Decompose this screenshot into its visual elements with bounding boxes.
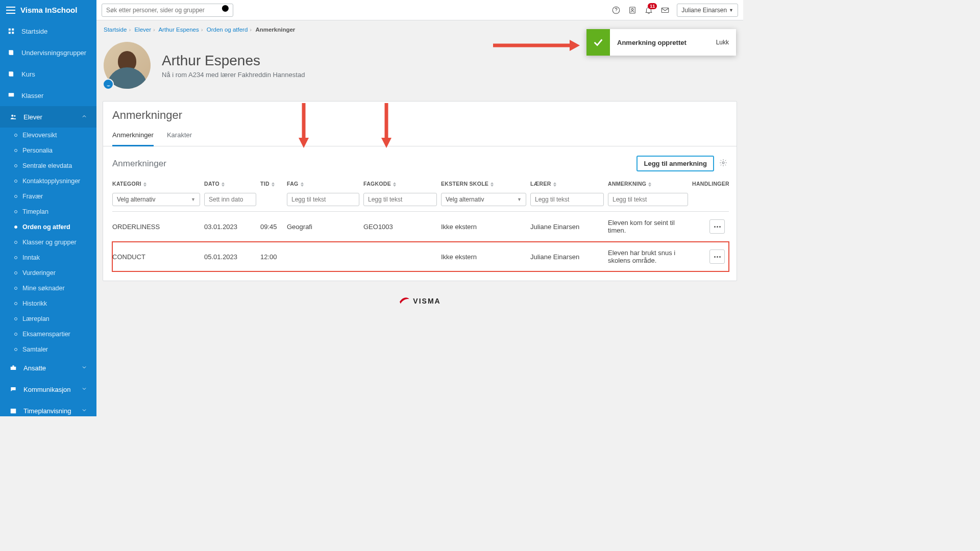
col-fagkode[interactable]: FAGKODE: [363, 177, 441, 191]
search-input[interactable]: [102, 7, 219, 14]
col-tid[interactable]: TID: [260, 177, 287, 191]
sidebar-sub-vurderinger[interactable]: Vurderinger: [0, 265, 96, 281]
sort-icon: [272, 182, 275, 187]
bullet-icon: [14, 195, 17, 198]
sidebar-item-label: Timeplanvisning: [23, 407, 71, 415]
filter-ekstern[interactable]: Velg alternativ▼: [441, 193, 526, 206]
sidebar-sub-orden-og-atferd[interactable]: Orden og atferd: [0, 219, 96, 235]
filter-dato[interactable]: [204, 193, 256, 206]
sort-icon: [648, 182, 651, 187]
filter-anmerkning[interactable]: [608, 193, 688, 206]
tab-karakter[interactable]: Karakter: [167, 126, 192, 146]
svg-rect-10: [12, 29, 14, 31]
cell-fag: [287, 242, 363, 272]
annotation-arrow-fag: [298, 103, 309, 148]
tab-anmerkninger[interactable]: Anmerkninger: [112, 126, 154, 146]
users-icon: [9, 113, 17, 120]
caret-down-icon: ▼: [729, 8, 733, 13]
id-card-icon[interactable]: [628, 6, 637, 15]
filter-laerer[interactable]: [530, 193, 604, 206]
help-icon[interactable]: [611, 6, 621, 15]
bullet-icon: [14, 149, 17, 152]
svg-rect-12: [12, 32, 14, 34]
svg-rect-11: [9, 32, 11, 34]
sidebar-sub-sentrale-elevdata[interactable]: Sentrale elevdata: [0, 158, 96, 173]
breadcrumb-link[interactable]: Startside: [104, 27, 127, 33]
toast-message: Anmerkning opprettet: [610, 39, 709, 46]
bullet-icon: [14, 271, 17, 274]
user-menu[interactable]: Juliane Einarsen ▼: [677, 4, 738, 17]
cell-anmerkning: Eleven har brukt snus i skolens område.: [608, 242, 692, 272]
svg-marker-8: [570, 40, 580, 51]
sidebar-sub-historikk[interactable]: Historikk: [0, 296, 96, 311]
topbar: Visma InSchool 11 Juliane Einarsen ▼: [0, 0, 743, 20]
sidebar-sub-inntak[interactable]: Inntak: [0, 250, 96, 265]
col-kategori[interactable]: KATEGORI: [112, 177, 204, 191]
bullet-icon: [14, 210, 17, 213]
bell-icon[interactable]: 11: [644, 6, 653, 15]
bullet-icon: [14, 164, 17, 167]
sidebar-section-timeplanvisning[interactable]: Timeplanvisning: [0, 400, 96, 416]
col-dato[interactable]: DATO: [204, 177, 260, 191]
sidebar-sub-label: Timeplan: [22, 208, 48, 215]
sidebar-item-klasser[interactable]: Klasser: [0, 85, 96, 106]
add-remark-button[interactable]: Legg til anmerkning: [636, 156, 714, 171]
sidebar-sub-fravaer[interactable]: Fravær: [0, 189, 96, 204]
filter-kategori[interactable]: Velg alternativ▼: [112, 193, 200, 206]
toast-close[interactable]: Lukk: [709, 39, 736, 46]
cell-dato: 03.01.2023: [204, 212, 260, 242]
col-fag[interactable]: FAG: [287, 177, 363, 191]
breadcrumb-current: Anmerkninger: [255, 27, 295, 33]
sidebar-sub-klasser-og-grupper[interactable]: Klasser og grupper: [0, 235, 96, 250]
col-laerer[interactable]: LÆRER: [530, 177, 608, 191]
sidebar-sub-personalia[interactable]: Personalia: [0, 143, 96, 158]
svg-point-22: [722, 162, 724, 164]
cell-anmerkning: Eleven kom for seint til timen.: [608, 212, 692, 242]
panel-anmerkninger: Anmerkninger Anmerkninger Karakter Anmer…: [103, 101, 737, 281]
sidebar-sub-eksamenspartier[interactable]: Eksamenspartier: [0, 327, 96, 342]
footer-logo: VISMA: [103, 281, 737, 308]
breadcrumb-link[interactable]: Orden og atferd: [207, 27, 248, 33]
screen-icon: [7, 92, 15, 99]
cell-kategori: ORDERLINESS: [112, 212, 204, 242]
sidebar-sub-elevoversikt[interactable]: Elevoversikt: [0, 128, 96, 143]
sidebar-sub-mine-soknader[interactable]: Mine søknader: [0, 281, 96, 296]
chat-icon: [9, 386, 17, 393]
sidebar-sub-label: Fravær: [22, 193, 43, 200]
cell-fagkode: GEO1003: [363, 212, 441, 242]
global-search[interactable]: [102, 4, 233, 17]
chevron-down-icon: [81, 386, 87, 393]
mail-icon[interactable]: [660, 6, 670, 15]
sidebar-sub-kontaktopplysninger[interactable]: Kontaktopplysninger: [0, 173, 96, 189]
col-anmerkning[interactable]: ANMERKNING: [608, 177, 692, 191]
col-ekstern[interactable]: EKSTERN SKOLE: [441, 177, 530, 191]
sidebar-sub-timeplan[interactable]: Timeplan: [0, 204, 96, 219]
annotation-arrow-fagkode: [381, 103, 392, 148]
sidebar-sub-laereplan[interactable]: Læreplan: [0, 311, 96, 327]
col-handlinger: HANDLINGER: [692, 177, 729, 191]
sort-icon: [553, 182, 556, 187]
search-icon[interactable]: [219, 3, 233, 17]
sidebar-section-kommunikasjon[interactable]: Kommunikasjon: [0, 379, 96, 400]
breadcrumb-link[interactable]: Elever: [134, 27, 151, 33]
sidebar-item-startside[interactable]: Startside: [0, 20, 96, 42]
row-actions-button[interactable]: [709, 219, 725, 234]
sidebar-sub-samtaler[interactable]: Samtaler: [0, 342, 96, 357]
sidebar-item-undervisningsgrupper[interactable]: Undervisningsgrupper: [0, 42, 96, 63]
tabs: Anmerkninger Karakter: [103, 126, 737, 146]
svg-point-14: [11, 115, 13, 117]
main-scroll[interactable]: Startside› Elever› Arthur Espenes› Orden…: [96, 20, 743, 416]
brand: Visma InSchool: [0, 0, 96, 20]
filter-fag[interactable]: [287, 193, 359, 206]
sidebar-section-elever[interactable]: Elever: [0, 106, 96, 128]
menu-toggle-icon[interactable]: [6, 7, 15, 14]
filter-fagkode[interactable]: [363, 193, 437, 206]
breadcrumb-link[interactable]: Arthur Espenes: [158, 27, 199, 33]
chevron-down-icon: [81, 364, 87, 372]
gear-icon[interactable]: [719, 159, 727, 168]
row-actions-button[interactable]: [709, 249, 725, 264]
sidebar-sub-label: Orden og atferd: [22, 223, 70, 231]
sidebar-item-kurs[interactable]: Kurs: [0, 63, 96, 85]
svg-rect-6: [662, 8, 669, 12]
sidebar-section-ansatte[interactable]: Ansatte: [0, 357, 96, 379]
